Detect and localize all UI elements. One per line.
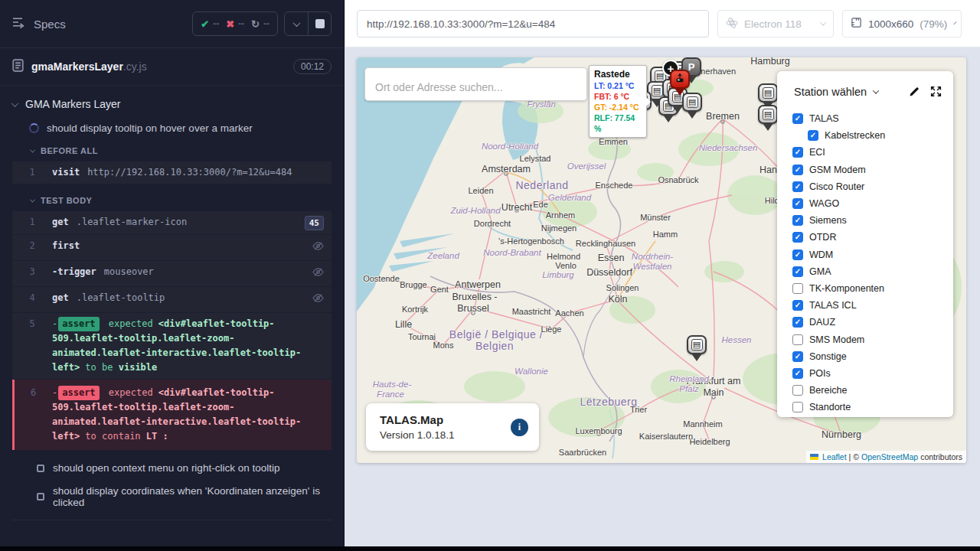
map-label-osnabr-ck: Osnabrück xyxy=(658,175,698,184)
spec-file-row[interactable]: gmaMarkersLayer.cy.js 00:12 xyxy=(0,48,344,86)
station-select-dropdown[interactable]: Station wählen xyxy=(794,86,878,98)
command-row[interactable]: 3-triggermouseover xyxy=(12,261,332,287)
openstreetmap-link[interactable]: OpenStreetMap xyxy=(861,452,918,461)
station-marker[interactable]: ▤ xyxy=(686,335,707,364)
layer-toggle-siemens[interactable]: ✓Siemens xyxy=(792,212,953,229)
layer-label: Bereiche xyxy=(809,385,847,396)
checkbox-checked-icon[interactable]: ✓ xyxy=(792,165,803,175)
before-all-section[interactable]: BEFORE ALL xyxy=(31,146,332,155)
leaflet-map[interactable]: Rastede LT: 0.21 °CFBT: 6 °CGT: -2.14 °C… xyxy=(357,57,966,463)
layer-toggle-sonstige[interactable]: ✓Sonstige xyxy=(792,348,953,365)
suite-row[interactable]: GMA Markers Layer xyxy=(12,95,332,113)
stat-pending: ↻-- xyxy=(251,18,270,30)
command-row[interactable]: 2first xyxy=(12,235,332,261)
layer-toggle-kabelstrecken[interactable]: ✓Kabelstrecken xyxy=(792,127,953,144)
checkbox-checked-icon[interactable]: ✓ xyxy=(792,198,803,209)
tooltip-measurement: LT: 0.21 °C xyxy=(594,80,642,91)
assert-row-failed[interactable]: 6-assert expected <div#leaflet-tooltip-5… xyxy=(12,380,332,450)
marker-tooltip[interactable]: Rastede LT: 0.21 °CFBT: 6 °CGT: -2.14 °C… xyxy=(589,65,647,138)
checkbox-checked-icon[interactable]: ✓ xyxy=(792,215,803,226)
leaflet-link[interactable]: Leaflet xyxy=(822,452,847,461)
layer-label: OTDR xyxy=(809,232,836,243)
info-icon[interactable]: i xyxy=(511,419,528,436)
checkbox-unchecked-icon[interactable] xyxy=(792,402,803,412)
layer-toggle-otdr[interactable]: ✓OTDR xyxy=(792,229,953,246)
spec-file-icon xyxy=(12,59,24,75)
collapse-chevron-button[interactable] xyxy=(285,12,308,35)
checkbox-checked-icon[interactable]: ✓ xyxy=(792,249,803,260)
expand-fullscreen-icon[interactable] xyxy=(929,85,942,98)
test-body-section[interactable]: TEST BODY xyxy=(31,196,332,205)
panel-title: Station wählen xyxy=(794,86,867,98)
assert-row-passed[interactable]: 5-assert expected <div#leaflet-tooltip-5… xyxy=(12,313,332,380)
pending-test-icon xyxy=(37,493,44,500)
marker-tail xyxy=(763,123,773,131)
station-marker-active[interactable] xyxy=(669,70,691,99)
checkbox-checked-icon[interactable]: ✓ xyxy=(792,113,803,124)
command-argument: .leaflet-marker-icon xyxy=(77,217,188,227)
command-row[interactable]: 1get.leaflet-marker-icon45 xyxy=(12,211,332,235)
layer-toggle-cisco-router[interactable]: ✓Cisco Router xyxy=(792,178,953,195)
checkbox-checked-icon[interactable]: ✓ xyxy=(792,181,803,192)
tooltip-station-name: Rastede xyxy=(594,69,642,80)
station-list: ✓TALAS✓Kabelstrecken✓ECI✓GSM Modem✓Cisco… xyxy=(777,98,953,416)
map-attribution: Leaflet | © OpenStreetMap contributors xyxy=(806,451,966,463)
pending-test-row[interactable]: should open context menu on right-click … xyxy=(37,462,332,474)
marker-tail xyxy=(691,354,702,361)
checkbox-unchecked-icon[interactable] xyxy=(792,283,803,294)
checkbox-checked-icon[interactable]: ✓ xyxy=(792,266,803,277)
element-count-badge: 45 xyxy=(305,216,324,230)
assert-content: -assert expected <div#leaflet-tooltip-50… xyxy=(52,386,324,444)
layer-toggle-tk-komponenten[interactable]: TK-Komponenten xyxy=(792,280,953,297)
checkbox-checked-icon[interactable]: ✓ xyxy=(792,351,803,362)
command-row[interactable]: 4get.leaflet-tooltip xyxy=(12,287,332,313)
layer-label: TK-Komponenten xyxy=(809,283,884,294)
map-label-niedersachsen: Niedersachsen xyxy=(699,143,758,152)
layer-toggle-wago[interactable]: ✓WAGO xyxy=(792,195,953,212)
station-marker[interactable]: ▤ xyxy=(757,105,779,134)
layer-toggle-eci[interactable]: ✓ECI xyxy=(792,144,953,161)
map-label-hamm: Hamm xyxy=(653,230,678,239)
checkbox-unchecked-icon[interactable] xyxy=(792,334,803,345)
layer-toggle-standorte[interactable]: Standorte xyxy=(792,399,953,416)
edit-pencil-icon[interactable] xyxy=(908,86,920,98)
checkbox-checked-icon[interactable]: ✓ xyxy=(792,300,803,311)
command-line-number: 5 xyxy=(12,317,52,331)
layer-toggle-pois[interactable]: ✓POIs xyxy=(792,365,953,382)
map-label-utrecht: Utrecht xyxy=(501,202,532,213)
checkbox-checked-icon[interactable]: ✓ xyxy=(792,232,803,243)
stop-run-button[interactable] xyxy=(308,12,331,35)
assert-expected-value: visible xyxy=(119,362,158,373)
layer-toggle-talas-icl[interactable]: ✓TALAS ICL xyxy=(792,297,953,314)
checkbox-checked-icon[interactable]: ✓ xyxy=(792,368,803,379)
checkbox-checked-icon[interactable]: ✓ xyxy=(808,130,818,141)
pending-test-title: should open context menu on right-click … xyxy=(53,462,279,474)
map-label-hessen: Hessen xyxy=(722,335,752,344)
checkbox-checked-icon[interactable]: ✓ xyxy=(792,317,803,328)
map-label-overijssel: Overijssel xyxy=(567,161,606,171)
layer-toggle-dauz[interactable]: ✓DAUZ xyxy=(792,314,953,331)
active-test-row[interactable]: should display tooltip on hover over a m… xyxy=(29,122,332,134)
url-input[interactable]: http://192.168.10.33:3000/?m=12&u=484 xyxy=(357,10,709,37)
layer-toggle-wdm[interactable]: ✓WDM xyxy=(792,246,953,263)
layer-label: GMA xyxy=(809,266,831,277)
specs-nav[interactable]: Specs xyxy=(12,17,66,31)
layer-toggle-talas[interactable]: ✓TALAS xyxy=(792,110,953,127)
search-input[interactable] xyxy=(365,68,586,100)
command-method: get xyxy=(52,217,69,227)
command-row-visit[interactable]: 1 visithttp://192.168.10.33:3000/?m=12&u… xyxy=(12,161,332,184)
layer-toggle-sms-modem[interactable]: SMS Modem xyxy=(792,331,953,347)
pending-test-row[interactable]: should display coordinates when 'Koordin… xyxy=(37,485,332,508)
layer-toggle-gsm-modem[interactable]: ✓GSM Modem xyxy=(792,161,953,178)
browser-bar: http://192.168.10.33:3000/?m=12&u=484 El… xyxy=(345,0,980,47)
chevron-down-icon xyxy=(954,21,957,24)
map-label-leiden: Leiden xyxy=(468,186,493,195)
map-label-trier: Trier xyxy=(630,405,647,414)
checkbox-unchecked-icon[interactable] xyxy=(792,385,803,396)
layer-toggle-bereiche[interactable]: Bereiche xyxy=(792,382,953,399)
viewport-select[interactable]: 1000x660 (79%) xyxy=(842,10,962,37)
run-stats[interactable]: ✔-- ✖-- ↻-- xyxy=(192,11,278,36)
checkbox-checked-icon[interactable]: ✓ xyxy=(792,147,803,158)
browser-select[interactable]: Electron 118 xyxy=(717,10,834,37)
layer-toggle-gma[interactable]: ✓GMA xyxy=(792,263,953,280)
